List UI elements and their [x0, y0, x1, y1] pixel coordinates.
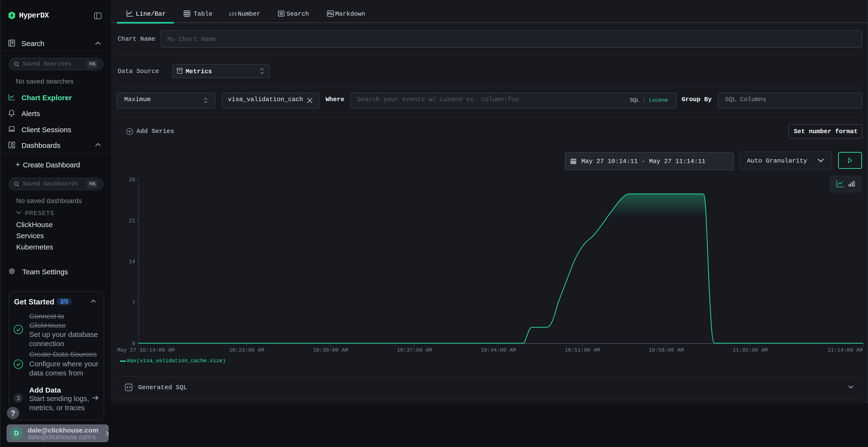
svg-text:10:58:00 AM: 10:58:00 AM [649, 347, 684, 353]
svg-text:10:30:00 AM: 10:30:00 AM [313, 347, 348, 353]
svg-text:10:44:00 AM: 10:44:00 AM [481, 347, 516, 353]
svg-text:11:05:00 AM: 11:05:00 AM [733, 347, 768, 353]
svg-text:28: 28 [129, 177, 135, 183]
svg-text:10:51:00 AM: 10:51:00 AM [565, 347, 600, 353]
svg-text:7: 7 [132, 300, 135, 306]
svg-text:14: 14 [129, 259, 135, 265]
svg-text:May 27 10:14:00 AM: May 27 10:14:00 AM [117, 347, 175, 353]
svg-text:10:37:00 AM: 10:37:00 AM [397, 347, 432, 353]
svg-text:0: 0 [132, 341, 135, 347]
svg-text:11:14:00 AM: 11:14:00 AM [828, 347, 863, 353]
svg-text:10:23:00 AM: 10:23:00 AM [229, 347, 264, 353]
svg-text:21: 21 [129, 218, 135, 224]
